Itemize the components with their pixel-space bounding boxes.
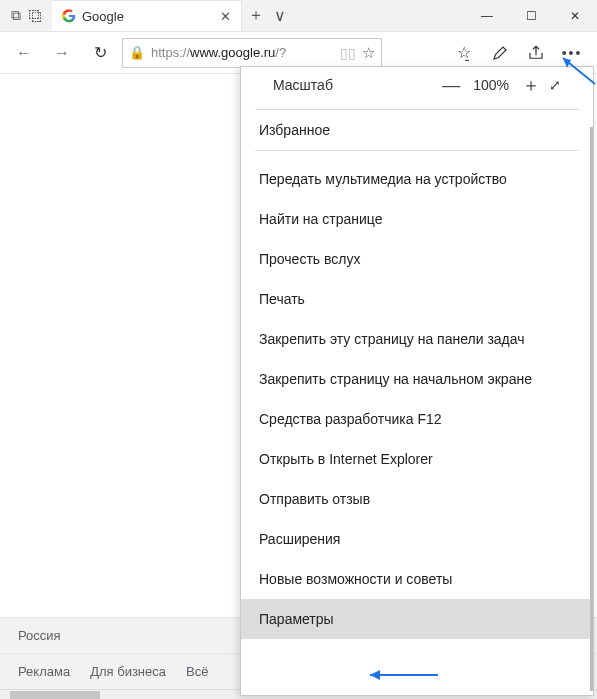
menu-read-aloud[interactable]: Прочесть вслух [241, 239, 593, 279]
fullscreen-button[interactable]: ⤢ [549, 77, 561, 93]
zoom-value: 100% [469, 77, 513, 93]
tabs-preview-icon[interactable]: ⿻ [26, 8, 46, 24]
minimize-button[interactable]: — [465, 0, 509, 31]
menu-find[interactable]: Найти на странице [241, 199, 593, 239]
zoom-out-button[interactable]: — [437, 75, 465, 96]
menu-settings[interactable]: Параметры [241, 599, 593, 639]
close-window-button[interactable]: ✕ [553, 0, 597, 31]
favorites-hub-icon[interactable]: ☆̠ [447, 37, 481, 69]
menu-pin-start[interactable]: Закрепить страницу на начальном экране [241, 359, 593, 399]
menu-feedback[interactable]: Отправить отзыв [241, 479, 593, 519]
scrollbar-thumb[interactable] [10, 691, 100, 699]
footer-link-business[interactable]: Для бизнеса [90, 664, 166, 679]
tab-actions: ⧉ ⿻ [0, 0, 52, 31]
tab-title: Google [82, 9, 214, 24]
footer-link-about[interactable]: Всё [186, 664, 208, 679]
maximize-button[interactable]: ☐ [509, 0, 553, 31]
footer-link-ads[interactable]: Реклама [18, 664, 70, 679]
forward-button: → [46, 37, 78, 69]
zoom-in-button[interactable]: ＋ [517, 73, 545, 97]
menu-cast[interactable]: Передать мультимедиа на устройство [241, 159, 593, 199]
share-icon[interactable] [519, 37, 553, 69]
toolbar-right: ☆̠ ••• [447, 37, 589, 69]
menu-devtools[interactable]: Средства разработчика F12 [241, 399, 593, 439]
menu-scrollbar[interactable] [590, 127, 593, 691]
back-button[interactable]: ← [8, 37, 40, 69]
set-aside-tabs-icon[interactable]: ⧉ [6, 7, 26, 24]
address-bar[interactable]: 🔒 https://www.google.ru/? ▯▯ ☆ [122, 38, 382, 68]
lock-icon: 🔒 [129, 45, 145, 60]
reading-view-icon[interactable]: ▯▯ [340, 45, 356, 61]
tab-close-icon[interactable]: ✕ [220, 9, 231, 24]
menu-pin-taskbar[interactable]: Закрепить эту страницу на панели задач [241, 319, 593, 359]
menu-print[interactable]: Печать [241, 279, 593, 319]
favorite-star-icon[interactable]: ☆ [362, 44, 375, 62]
menu-favorites[interactable]: Избранное [241, 110, 593, 150]
tabs-chevron-icon[interactable]: ∨ [274, 6, 286, 25]
window-controls: — ☐ ✕ [465, 0, 597, 31]
title-bar: ⧉ ⿻ Google ✕ ＋ ∨ — ☐ ✕ [0, 0, 597, 32]
browser-tab[interactable]: Google ✕ [52, 0, 242, 31]
refresh-button[interactable]: ↻ [84, 37, 116, 69]
menu-extensions[interactable]: Расширения [241, 519, 593, 559]
new-tab-button[interactable]: ＋ [248, 5, 264, 26]
notes-icon[interactable] [483, 37, 517, 69]
settings-more-menu: Масштаб — 100% ＋ ⤢ Избранное Передать му… [240, 66, 594, 696]
menu-tips[interactable]: Новые возможности и советы [241, 559, 593, 599]
zoom-label: Масштаб [273, 77, 433, 93]
zoom-row: Масштаб — 100% ＋ ⤢ [255, 67, 579, 110]
url-text: https://www.google.ru/? [151, 45, 286, 60]
favicon-google-icon [62, 9, 76, 23]
settings-more-button[interactable]: ••• [555, 37, 589, 69]
tab-strip-controls: ＋ ∨ [242, 0, 292, 31]
menu-open-ie[interactable]: Открыть в Internet Explorer [241, 439, 593, 479]
